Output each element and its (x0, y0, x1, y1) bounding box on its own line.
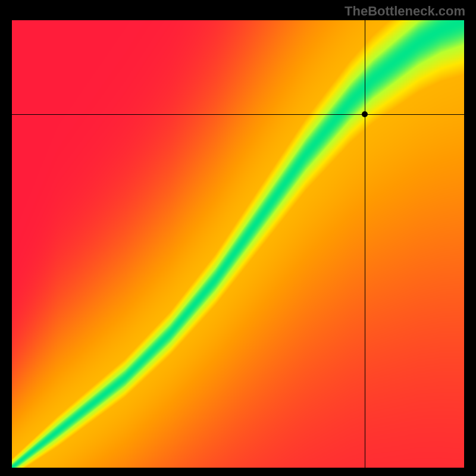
crosshair-vertical (365, 20, 365, 468)
crosshair-marker (362, 111, 368, 117)
crosshair-horizontal (12, 114, 464, 115)
heatmap-chart (12, 20, 464, 468)
heatmap-canvas (12, 20, 464, 468)
watermark-text: TheBottleneck.com (345, 4, 465, 19)
